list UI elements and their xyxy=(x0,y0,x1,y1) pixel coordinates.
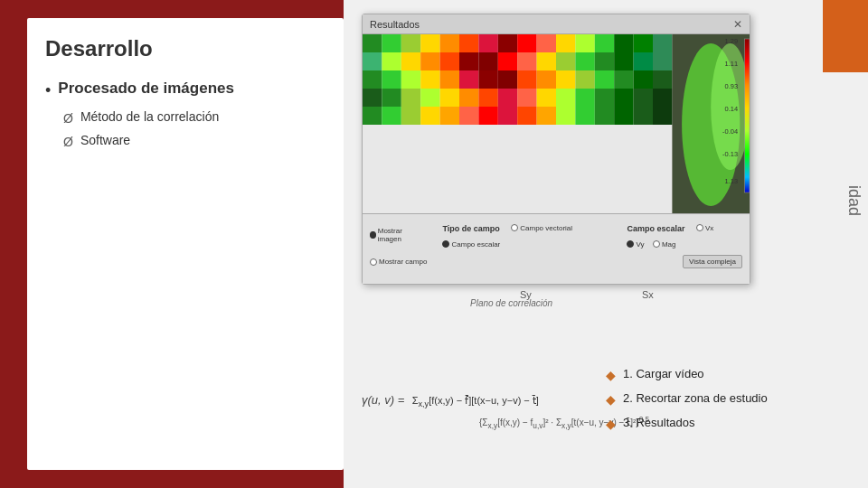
svg-rect-38 xyxy=(478,70,497,89)
svg-rect-51 xyxy=(420,89,439,107)
orange-accent xyxy=(823,0,868,72)
svg-text:-0.13: -0.13 xyxy=(722,150,738,158)
main-bullet: • Procesado de imágenes xyxy=(45,80,326,100)
svg-rect-28 xyxy=(595,52,614,70)
radio-vectorial-indicator[interactable] xyxy=(511,224,518,231)
svg-rect-54 xyxy=(478,89,497,107)
svg-rect-36 xyxy=(440,70,459,89)
controls-row-1: Mostrar imagen Tipo de campo Campo vecto… xyxy=(370,219,742,251)
right-panel: Resultados ✕ xyxy=(344,0,868,488)
bullet-2-text: 2. Recortar zona de estudio xyxy=(623,391,768,405)
tipo-campo-group: Tipo de campo Campo vectorial Campo esca… xyxy=(442,219,601,251)
radio-vx[interactable]: Vx xyxy=(696,224,713,232)
window-titlebar: Resultados ✕ xyxy=(363,14,750,34)
radio-vy[interactable]: Vy xyxy=(627,240,644,249)
mostrar-imagen-radio[interactable] xyxy=(370,231,376,239)
svg-rect-18 xyxy=(401,52,420,70)
radio-vy-indicator[interactable] xyxy=(627,240,634,248)
sub-bullet-text-1: Método de la correlación xyxy=(80,109,219,124)
svg-rect-79 xyxy=(653,107,672,125)
svg-rect-34 xyxy=(401,70,420,89)
svg-rect-10 xyxy=(556,34,575,52)
sub-bullet-1: Ø Método de la correlación xyxy=(63,109,326,126)
left-panel: Desarrollo • Procesado de imágenes Ø Mét… xyxy=(0,0,344,488)
svg-rect-59 xyxy=(575,89,594,107)
svg-rect-66 xyxy=(401,107,420,125)
svg-rect-48 xyxy=(363,89,382,107)
svg-text:1.29: 1.29 xyxy=(725,37,739,45)
radio-vx-indicator[interactable] xyxy=(696,224,703,231)
bullet-3: ◆ 3. Resultados xyxy=(606,416,695,431)
svg-rect-31 xyxy=(653,52,672,70)
bullet-3-text: 3. Resultados xyxy=(623,416,695,429)
svg-rect-57 xyxy=(537,89,556,107)
svg-rect-25 xyxy=(537,52,556,70)
mostrar-campo-label: Mostrar campo xyxy=(379,258,427,266)
svg-rect-6 xyxy=(478,34,497,52)
svg-rect-4 xyxy=(440,34,459,52)
window-close-button[interactable]: ✕ xyxy=(733,18,742,31)
svg-rect-43 xyxy=(575,70,594,89)
heatmap-svg: 1.29 1.11 0.93 0.14 -0.04 -0.13 1.13 xyxy=(363,34,750,215)
formula-gamma: γ(u, v) = xyxy=(362,393,404,407)
svg-rect-50 xyxy=(401,89,420,107)
sub-bullet-2: Ø Software xyxy=(63,133,326,149)
radio-vectorial[interactable]: Campo vectorial xyxy=(511,224,572,232)
bullet-dot: • xyxy=(45,81,51,100)
svg-rect-37 xyxy=(459,70,478,89)
svg-rect-41 xyxy=(537,70,556,89)
svg-rect-60 xyxy=(595,89,614,107)
svg-rect-72 xyxy=(517,107,536,125)
svg-rect-49 xyxy=(382,89,401,107)
svg-rect-75 xyxy=(575,107,594,125)
svg-rect-39 xyxy=(498,70,517,89)
svg-rect-33 xyxy=(382,70,401,89)
tipo-campo-label: Tipo de campo xyxy=(442,224,499,233)
controls-row-2: Mostrar campo Vista compleja xyxy=(370,255,742,268)
svg-rect-71 xyxy=(498,107,517,125)
svg-rect-42 xyxy=(556,70,575,89)
mostrar-imagen-label: Mostrar imagen xyxy=(378,227,418,243)
heatmap-area: 1.29 1.11 0.93 0.14 -0.04 -0.13 1.13 xyxy=(363,34,750,215)
window-controls: Mostrar imagen Tipo de campo Campo vecto… xyxy=(363,213,750,284)
radio-mag-label: Mag xyxy=(662,240,676,249)
formula-row: γ(u, v) = Σx,y[f(x,y) − f̄][t(x−u, y−v) … xyxy=(362,393,539,408)
svg-rect-52 xyxy=(440,89,459,107)
campo-escalar-group: Campo escalar Vx Vy Mag xyxy=(627,219,742,251)
svg-rect-15 xyxy=(653,34,672,52)
svg-rect-14 xyxy=(634,34,653,52)
svg-rect-17 xyxy=(382,52,401,70)
diamond-icon-2: ◆ xyxy=(606,392,616,407)
svg-rect-0 xyxy=(363,34,382,52)
svg-rect-55 xyxy=(498,89,517,107)
svg-rect-53 xyxy=(459,89,478,107)
radio-escalar-indicator[interactable] xyxy=(442,240,449,248)
svg-rect-13 xyxy=(614,34,633,52)
svg-rect-64 xyxy=(363,107,382,125)
svg-rect-78 xyxy=(634,107,653,125)
svg-rect-20 xyxy=(440,52,459,70)
radio-mag-indicator[interactable] xyxy=(653,240,660,248)
mostrar-campo-checkbox[interactable]: Mostrar campo xyxy=(370,258,427,266)
sx-label: Sx xyxy=(642,289,654,300)
svg-rect-73 xyxy=(537,107,556,125)
radio-escalar[interactable]: Campo escalar xyxy=(442,240,500,249)
radio-vy-label: Vy xyxy=(636,240,644,249)
svg-rect-47 xyxy=(653,70,672,89)
sub-arrow-2: Ø xyxy=(63,135,73,149)
svg-rect-16 xyxy=(363,52,382,70)
svg-rect-30 xyxy=(634,52,653,70)
radio-mag[interactable]: Mag xyxy=(653,240,676,249)
svg-rect-77 xyxy=(614,107,633,125)
svg-rect-1 xyxy=(382,34,401,52)
mostrar-campo-radio[interactable] xyxy=(370,258,377,266)
svg-rect-65 xyxy=(382,107,401,125)
svg-rect-62 xyxy=(634,89,653,107)
svg-rect-74 xyxy=(556,107,575,125)
mostrar-imagen-checkbox[interactable]: Mostrar imagen xyxy=(370,227,417,243)
diamond-icon-3: ◆ xyxy=(606,417,616,431)
bullet-2: ◆ 2. Recortar zona de estudio xyxy=(606,391,768,407)
radio-vectorial-label: Campo vectorial xyxy=(520,224,572,232)
svg-rect-22 xyxy=(478,52,497,70)
vista-compleja-button[interactable]: Vista compleja xyxy=(683,255,742,268)
